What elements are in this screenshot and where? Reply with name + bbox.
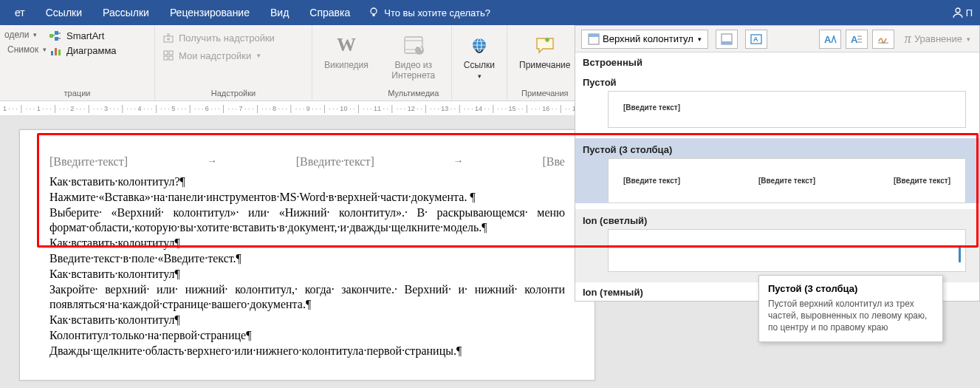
- chart-button[interactable]: Диаграмма: [46, 44, 150, 57]
- tab-help[interactable]: Справка: [299, 0, 360, 25]
- equation-button[interactable]: π Уравнение ▾: [902, 31, 973, 47]
- addins-icon: [162, 50, 174, 61]
- smartart-icon: [49, 31, 63, 41]
- blank3-ph-right: [Введите текст]: [894, 177, 950, 185]
- tooltip-body: Пустой верхний колонтитул из трех частей…: [768, 298, 933, 334]
- svg-text:A: A: [851, 34, 858, 44]
- get-addins-button[interactable]: Получить надстройки: [160, 31, 307, 44]
- header-dropdown-button[interactable]: Верхний колонтитул ▾: [581, 30, 708, 49]
- body-line: Как·вставить·колонтитул¶: [49, 236, 565, 251]
- svg-point-17: [415, 46, 424, 55]
- store-icon: [162, 32, 174, 44]
- wiki-wrap: W Википедия: [312, 25, 376, 101]
- blank3-ph-left: [Введите текст]: [623, 177, 680, 185]
- get-addins-label: Получить надстройки: [179, 33, 275, 44]
- comment-label: Примечание: [519, 61, 570, 71]
- textbox-icon: A: [750, 34, 762, 44]
- group-links: Ссылки▾: [452, 25, 507, 101]
- group-addins: Получить надстройки Мои надстройки ▾ Над…: [155, 25, 312, 101]
- svg-text:A: A: [824, 34, 832, 44]
- group-comments: Примечание Примечания: [507, 25, 583, 101]
- online-video-button[interactable]: Видео из Интернета: [380, 27, 447, 81]
- media-group-label: Мультимедиа: [380, 86, 447, 101]
- lightbulb-icon: [368, 7, 380, 18]
- svg-rect-23: [722, 41, 732, 44]
- header-area[interactable]: [Введите·текст] → [Введите·текст] → [Вве: [20, 130, 594, 174]
- comment-button[interactable]: Примечание: [512, 27, 578, 71]
- group-illustrations: одели ▾ Снимок ▾ SmartArt Диаграмма трац…: [0, 25, 155, 101]
- body-line: Как·вставить·колонтитул?¶: [49, 174, 565, 190]
- svg-rect-15: [169, 56, 173, 60]
- header-dropdown-label: Верхний колонтитул: [603, 33, 693, 44]
- video-label: Видео из Интернета: [388, 61, 439, 81]
- account-button[interactable]: П: [952, 7, 976, 18]
- tooltip-title: Пустой (3 столбца): [768, 283, 933, 294]
- option-ion-light-preview[interactable]: [608, 229, 966, 272]
- svg-rect-8: [51, 51, 53, 55]
- models-fragment[interactable]: одели ▾: [4, 30, 46, 40]
- header-icon: [588, 33, 600, 45]
- wikipedia-button[interactable]: W Википедия: [317, 27, 376, 71]
- link-icon: [468, 35, 490, 55]
- header-dropdown-panel: Верхний колонтитул ▾ A A A π Уравнение ▾…: [575, 25, 980, 302]
- footer-icon: [721, 33, 733, 45]
- option-blank-preview[interactable]: [Введите текст]: [608, 91, 966, 128]
- group-media: Видео из Интернета Мультимедиа: [376, 25, 452, 101]
- my-addins-button[interactable]: Мои надстройки ▾: [160, 49, 307, 62]
- body-line: Дважды·щелкните·область·верхнего·или·ниж…: [49, 344, 565, 359]
- option-ion-light-title: Ion (светлый): [575, 211, 979, 229]
- svg-rect-12: [164, 51, 168, 55]
- section-builtin: Встроенный: [575, 52, 979, 71]
- svg-point-0: [371, 8, 377, 14]
- wikipedia-label: Википедия: [324, 61, 369, 71]
- my-addins-label: Мои надстройки: [179, 50, 251, 61]
- wordart-button[interactable]: A: [819, 30, 841, 49]
- smartart-label: SmartArt: [66, 30, 104, 41]
- tab-arrow-icon: →: [453, 155, 464, 169]
- svg-text:A: A: [753, 35, 758, 43]
- tooltip: Пустой (3 столбца) Пустой верхний колонт…: [758, 275, 943, 342]
- body-line: Выберите· «Верхний· колонтитул»· или· «Н…: [49, 205, 565, 236]
- dropcap-icon: A: [851, 34, 863, 44]
- tab-fragment[interactable]: ет: [4, 0, 35, 25]
- chart-icon: [50, 46, 62, 56]
- option-blank3-preview: [Введите текст] [Введите текст] [Введите…: [608, 158, 966, 203]
- links-button[interactable]: Ссылки▾: [456, 27, 502, 81]
- tell-me-search[interactable]: Что вы хотите сделать?: [368, 7, 490, 18]
- tab-review[interactable]: Рецензирование: [160, 0, 260, 25]
- option-blank3-title: Пустой (3 столбца): [575, 140, 979, 158]
- footer-button[interactable]: [716, 30, 738, 49]
- header-ph-right[interactable]: [Вве: [542, 155, 565, 169]
- equation-label: Уравнение: [914, 33, 962, 44]
- svg-rect-9: [55, 48, 57, 55]
- body-line: Нажмите·«Вставка»·на·панели·инструментов…: [49, 190, 565, 205]
- tab-mailings[interactable]: Рассылки: [92, 0, 160, 25]
- body-line: Как·вставить·колонтитул¶: [49, 313, 565, 328]
- svg-rect-13: [169, 51, 173, 55]
- filmstrip-icon: [402, 35, 425, 55]
- addins-group-label: Надстройки: [160, 86, 307, 101]
- dropcap-button[interactable]: A: [846, 30, 868, 49]
- tell-me-label: Что вы хотите сделать?: [384, 7, 490, 18]
- header-ph-center[interactable]: [Введите·текст]: [296, 155, 374, 169]
- signature-button[interactable]: [872, 30, 894, 49]
- person-icon: [952, 7, 964, 18]
- tab-view[interactable]: Вид: [260, 0, 299, 25]
- option-blank-title: Пустой: [575, 72, 979, 91]
- document-body[interactable]: Как·вставить·колонтитул?¶ Нажмите·«Встав…: [20, 174, 594, 359]
- svg-rect-6: [55, 31, 58, 35]
- blank3-ph-center: [Введите текст]: [758, 177, 815, 185]
- header-ph-left[interactable]: [Введите·текст]: [49, 155, 128, 169]
- page[interactable]: [Введите·текст] → [Введите·текст] → [Вве…: [19, 129, 595, 381]
- wordart-icon: A: [823, 34, 837, 44]
- snapshot-button[interactable]: Снимок ▾: [4, 44, 46, 55]
- body-line: Колонтитул·только·на·первой·странице¶: [49, 328, 565, 344]
- tab-links[interactable]: Ссылки: [35, 0, 92, 25]
- smartart-button[interactable]: SmartArt: [46, 30, 150, 42]
- comment-icon: [534, 35, 556, 55]
- option-blank-3col[interactable]: Пустой (3 столбца) [Введите текст] [Введ…: [575, 138, 979, 203]
- comments-group-label: Примечания: [512, 86, 578, 101]
- links-label: Ссылки: [464, 60, 495, 70]
- svg-point-2: [956, 8, 960, 13]
- textbox-button[interactable]: A: [745, 30, 767, 49]
